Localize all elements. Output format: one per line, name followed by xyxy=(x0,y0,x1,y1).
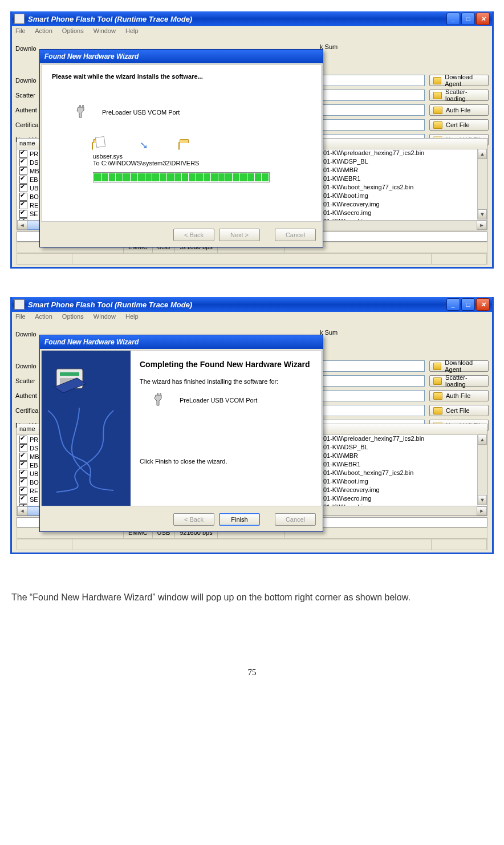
auth-button[interactable]: Auth File xyxy=(429,390,489,401)
minimize-button[interactable]: _ xyxy=(446,298,460,311)
checkbox-icon[interactable] xyxy=(19,478,27,486)
wizard-heading: Completing the Found New Hardware Wizard xyxy=(140,360,312,369)
wizard-heading: Please wait while the wizard installs th… xyxy=(52,73,311,80)
folder-icon xyxy=(433,77,441,84)
partition-path: 3_G901-KW\MBR xyxy=(308,452,477,460)
checkbox-icon[interactable] xyxy=(19,495,27,503)
wizard-side-panel xyxy=(42,351,131,506)
checkbox-icon[interactable] xyxy=(19,167,27,175)
partition-path: 3_G901-KW\boot.img xyxy=(308,192,477,200)
wires-icon xyxy=(45,408,127,493)
dest-folder-icon xyxy=(178,142,180,150)
checkbox-icon[interactable] xyxy=(19,184,27,192)
wizard-subtext: The wizard has finished installing the s… xyxy=(140,378,312,385)
device-name: PreLoader USB VCOM Port xyxy=(180,397,257,404)
device-plug-icon xyxy=(76,105,91,120)
checkbox-icon[interactable] xyxy=(19,470,27,478)
path-column: 3_G901-KW\preloader_hexing77_ics2.bin3_G… xyxy=(308,434,477,516)
partition-path: 3_G901-KW\preloader_hexing77_ics2.bin xyxy=(308,149,477,157)
vertical-scrollbar[interactable]: ▲▼ xyxy=(477,149,487,220)
checkbox-icon[interactable] xyxy=(19,210,27,218)
titlebar[interactable]: Smart Phone Flash Tool (Runtime Trace Mo… xyxy=(12,11,492,26)
finish-button[interactable]: Finish xyxy=(219,513,260,526)
menu-action[interactable]: Action xyxy=(35,313,52,320)
menu-file[interactable]: File xyxy=(15,27,26,34)
path-column: 3_G901-KW\preloader_hexing77_ics2.bin3_G… xyxy=(308,149,477,230)
auth-button[interactable]: Auth File xyxy=(429,104,489,116)
menu-help[interactable]: Help xyxy=(125,313,139,320)
partition-path: 3_G901-KW\DSP_BL xyxy=(308,443,477,452)
destination-path: To C:\WINDOWS\system32\DRIVERS xyxy=(93,160,311,166)
vertical-scrollbar[interactable]: ▲▼ xyxy=(477,434,487,505)
app-icon xyxy=(14,14,25,24)
scatter-button[interactable]: Scatter-loading xyxy=(429,375,489,387)
checkbox-icon[interactable] xyxy=(19,461,27,469)
checkbox-icon[interactable] xyxy=(19,453,27,461)
wizard-titlebar[interactable]: Found New Hardware Wizard xyxy=(40,50,323,63)
cert-button[interactable]: Cert File xyxy=(429,119,489,131)
checkbox-icon[interactable] xyxy=(19,159,27,166)
menu-options[interactable]: Options xyxy=(62,27,84,34)
partition-path: 3_G901-KW\EBR1 xyxy=(308,174,477,183)
scroll-down-icon[interactable]: ▼ xyxy=(478,495,487,505)
cert-button[interactable]: Cert File xyxy=(429,405,489,416)
menu-options[interactable]: Options xyxy=(62,313,84,320)
scroll-right-icon[interactable]: ► xyxy=(477,506,487,515)
flash-tool-window-2: Smart Phone Flash Tool (Runtime Trace Mo… xyxy=(10,297,494,554)
svg-rect-3 xyxy=(60,372,79,376)
back-button: < Back xyxy=(173,229,214,241)
partition-path: 3_G901-KW\preloader_hexing77_ics2.bin xyxy=(308,434,477,443)
download-agent-button[interactable]: Download Agent xyxy=(429,360,489,372)
svg-rect-6 xyxy=(160,393,161,396)
menu-action[interactable]: Action xyxy=(35,27,52,34)
wizard-close-hint: Click Finish to close the wizard. xyxy=(140,458,312,465)
menubar[interactable]: File Action Options Window Help xyxy=(12,312,492,326)
maximize-button[interactable]: □ xyxy=(461,298,475,311)
checkbox-icon[interactable] xyxy=(19,150,27,158)
checkbox-icon[interactable] xyxy=(19,201,27,209)
scroll-left-icon[interactable]: ◄ xyxy=(17,506,27,515)
svg-rect-1 xyxy=(82,105,84,108)
scatter-button[interactable]: Scatter-loading xyxy=(429,90,489,101)
partition-path: 3_G901-KW\uboot_hexing77_ics2.bin xyxy=(308,469,477,477)
wizard-titlebar[interactable]: Found New Hardware Wizard xyxy=(40,335,323,349)
folder-icon xyxy=(433,92,442,99)
status-bar-2 xyxy=(17,253,487,265)
install-progress-bar xyxy=(93,172,270,182)
download-agent-button[interactable]: Download Agent xyxy=(429,75,489,86)
scroll-right-icon[interactable]: ► xyxy=(477,221,487,230)
close-button[interactable]: ✕ xyxy=(476,13,490,25)
page-number: 75 xyxy=(10,668,494,677)
close-button[interactable]: ✕ xyxy=(476,298,490,311)
svg-rect-0 xyxy=(79,105,81,108)
minimize-button[interactable]: _ xyxy=(446,13,460,25)
checkbox-icon[interactable] xyxy=(19,176,27,184)
folder-icon xyxy=(433,392,442,400)
folder-icon xyxy=(433,377,442,385)
checkbox-icon[interactable] xyxy=(19,436,27,444)
file-name: usbser.sys xyxy=(93,153,311,160)
scroll-up-icon[interactable]: ▲ xyxy=(478,434,487,445)
menu-help[interactable]: Help xyxy=(125,27,139,34)
menubar[interactable]: File Action Options Window Help xyxy=(12,26,492,40)
folder-icon xyxy=(433,121,442,129)
checkbox-icon[interactable] xyxy=(19,444,27,452)
window-title: Smart Phone Flash Tool (Runtime Trace Mo… xyxy=(28,300,192,309)
menu-window[interactable]: Window xyxy=(94,27,116,34)
checkbox-icon[interactable] xyxy=(19,193,27,201)
maximize-button[interactable]: □ xyxy=(461,13,475,25)
transfer-arrow-icon: ➘ xyxy=(140,139,148,152)
flash-tool-window-1: Smart Phone Flash Tool (Runtime Trace Mo… xyxy=(10,11,494,269)
folder-icon xyxy=(433,363,441,370)
scroll-down-icon[interactable]: ▼ xyxy=(478,209,487,220)
cancel-button: Cancel xyxy=(275,229,316,241)
scroll-up-icon[interactable]: ▲ xyxy=(478,149,487,159)
hardware-wizard-complete: Found New Hardware Wizard xyxy=(39,335,323,532)
titlebar[interactable]: Smart Phone Flash Tool (Runtime Trace Mo… xyxy=(12,297,492,312)
partition-path: 3_G901-KW\recovery.img xyxy=(308,486,477,494)
app-icon xyxy=(14,299,25,310)
scroll-left-icon[interactable]: ◄ xyxy=(17,221,27,230)
menu-window[interactable]: Window xyxy=(94,313,116,320)
menu-file[interactable]: File xyxy=(15,313,26,320)
checkbox-icon[interactable] xyxy=(19,487,27,495)
